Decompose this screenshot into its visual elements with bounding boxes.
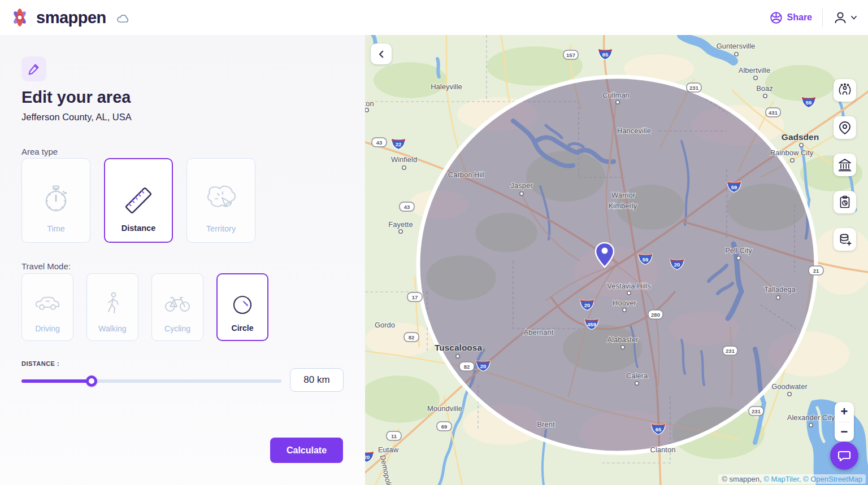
svg-text:82: 82 — [409, 334, 415, 340]
svg-text:69: 69 — [441, 423, 448, 430]
svg-text:231: 231 — [752, 408, 761, 414]
svg-text:65: 65 — [656, 426, 662, 432]
travel-mode-driving[interactable]: Driving — [21, 273, 73, 341]
us-route-shield-280: 280 — [648, 310, 663, 319]
share-button[interactable]: Share — [770, 11, 812, 24]
svg-text:11: 11 — [391, 433, 397, 439]
edit-icon-badge — [21, 56, 46, 81]
map-toolbar — [834, 79, 856, 251]
zoom-out-button[interactable]: − — [835, 422, 854, 442]
map-place-label: Alabaster — [607, 335, 639, 344]
map-place-label: Alexander City — [787, 413, 835, 422]
svg-text:431: 431 — [769, 110, 778, 116]
ruler-icon — [105, 181, 172, 220]
chat-button[interactable] — [830, 442, 858, 470]
chevron-down-icon — [850, 14, 858, 21]
area-type-distance[interactable]: Distance — [104, 158, 173, 243]
map-place-dot — [456, 355, 459, 358]
attribution-osm-link[interactable]: © OpenStreetMap — [803, 475, 862, 483]
chevron-left-icon — [376, 49, 387, 59]
us-route-shield-43: 43 — [400, 202, 414, 211]
area-type-time-label: Time — [47, 224, 65, 233]
attribution-maptiler-link[interactable]: © MapTiler, — [763, 475, 803, 483]
us-route-shield-231: 231 — [749, 407, 763, 416]
travel-mode-selector: Driving Walking — [21, 273, 268, 341]
slider-handle[interactable] — [86, 375, 97, 387]
brand-name: smappen — [36, 8, 106, 27]
calculate-button[interactable]: Calculate — [270, 438, 343, 463]
travel-mode-cycling[interactable]: Cycling — [151, 273, 203, 341]
area-type-label: Area type — [21, 147, 58, 156]
area-type-distance-label: Distance — [121, 224, 155, 233]
circle-radius-icon — [218, 291, 267, 318]
svg-text:43: 43 — [376, 139, 383, 146]
area-type-time[interactable]: Time — [21, 158, 90, 243]
map-place-label: Cullman — [602, 91, 630, 99]
account-menu[interactable] — [833, 10, 858, 25]
amenities-button[interactable] — [834, 154, 856, 176]
svg-text:59: 59 — [643, 256, 649, 263]
us-route-shield-69: 69 — [437, 422, 452, 431]
account-icon — [833, 10, 848, 25]
map-canvas[interactable]: 6522595959202045920652015743231431432117… — [365, 35, 868, 485]
demographics-button[interactable] — [834, 79, 856, 102]
svg-text:157: 157 — [566, 52, 575, 58]
svg-text:20: 20 — [584, 302, 591, 308]
map-place-label: Hamilton — [365, 99, 374, 108]
travel-mode-circle-label: Circle — [232, 324, 254, 333]
interstate-shield-59: 59 — [802, 97, 815, 108]
area-type-territory-label: Territory — [206, 224, 236, 233]
places-button[interactable] — [834, 116, 856, 139]
map-place-dot — [623, 308, 626, 312]
svg-text:59: 59 — [731, 184, 737, 190]
us-route-shield-17: 17 — [407, 292, 422, 302]
report-clipboard-icon — [837, 195, 852, 209]
area-type-territory[interactable]: Territory — [186, 158, 255, 243]
svg-text:65: 65 — [602, 51, 609, 58]
us-route-shield-231: 231 — [723, 346, 737, 355]
map-place-label: Albertville — [739, 66, 770, 75]
distance-slider[interactable] — [21, 375, 281, 387]
territory-cursor-icon — [187, 180, 255, 217]
map-place-dot — [735, 53, 738, 56]
bank-icon — [837, 158, 852, 172]
zoom-control: + − — [835, 402, 854, 442]
map-place-dot — [635, 382, 639, 385]
map-place-dot — [627, 291, 631, 295]
report-button[interactable] — [834, 191, 856, 213]
map-place-label: Demopolis — [379, 454, 394, 485]
svg-text:280: 280 — [651, 312, 660, 318]
travel-mode-circle[interactable]: Circle — [216, 273, 268, 341]
us-route-shield-21: 21 — [809, 266, 823, 275]
us-route-shield-82: 82 — [404, 333, 419, 342]
map-place-label: Moundville — [427, 404, 462, 413]
map-place-label: Eutaw — [378, 445, 399, 454]
map-place-label: Talladega — [764, 285, 796, 294]
zoom-in-button[interactable]: + — [835, 402, 854, 422]
map-place-dot — [520, 192, 523, 195]
us-route-shield-157: 157 — [563, 50, 578, 59]
distance-value-input[interactable] — [290, 368, 344, 392]
map-place-dot — [754, 76, 757, 80]
map-place-dot — [737, 256, 740, 260]
svg-text:20: 20 — [674, 261, 680, 268]
map-place-label: Abernant — [524, 328, 554, 337]
header-divider — [822, 8, 823, 27]
data-add-button[interactable] — [834, 228, 856, 251]
map-place-label: Brent — [537, 420, 554, 429]
edit-area-panel: Edit your area Jefferson County, AL, USA… — [0, 35, 365, 485]
collapse-panel-button[interactable] — [371, 43, 392, 64]
travel-mode-walking[interactable]: Walking — [86, 273, 138, 341]
svg-text:43: 43 — [404, 204, 410, 210]
map-place-dot — [399, 230, 402, 233]
walking-icon — [87, 291, 138, 319]
map-place-dot — [402, 166, 406, 169]
map-base: 6522595959202045920652015743231431432117… — [365, 35, 868, 485]
map-place-label: Tuscaloosa — [435, 343, 483, 352]
demographics-icon — [837, 83, 852, 98]
distance-label: DISTANCE : — [21, 360, 59, 367]
map-place-label: Hanceville — [617, 126, 651, 135]
brand[interactable]: smappen — [0, 7, 130, 28]
map-place-label: Winfield — [391, 155, 417, 164]
location-pin-icon — [837, 120, 852, 135]
